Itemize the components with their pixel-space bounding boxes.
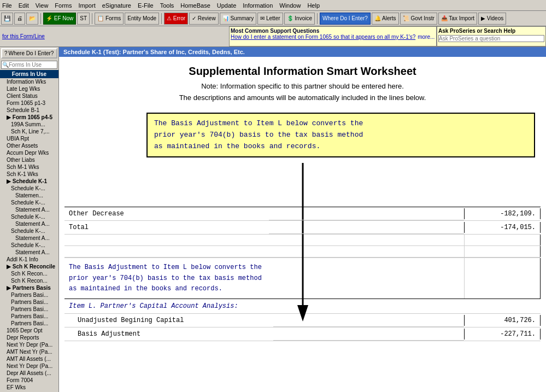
sidebar-item-1065-depr-opt[interactable]: 1065 Depr Opt (0, 327, 58, 334)
menu-file[interactable]: File (2, 2, 12, 9)
highlight-box: The Basis Adjustment to Item L below con… (146, 113, 535, 157)
sidebar-item-other-assets[interactable]: Other Assets (0, 142, 58, 149)
content-area: Schedule K-1 (Test): Partner's Share of … (59, 47, 546, 392)
sidebar-item-schedule-b1[interactable]: Schedule B-1 (0, 107, 58, 114)
menu-help[interactable]: Help (307, 2, 320, 9)
govt-instr-button[interactable]: 📜 Govt Instr (400, 13, 437, 25)
entity-mode-button[interactable]: Entity Mode (125, 13, 159, 25)
sidebar-item-ubia-rpt[interactable]: UBIA Rpt (0, 135, 58, 142)
error-button[interactable]: ⚠ Error (164, 13, 188, 25)
letter-button[interactable]: ✉ Letter (257, 13, 283, 25)
sidebar-item-sch-k-reconcile[interactable]: ▶ Sch K Reconcile (0, 263, 58, 270)
sidebar-item-depr-all-assets[interactable]: Depr All Assets (... (0, 370, 58, 377)
sidebar-item-sch-k-recon-1[interactable]: Sch K Recon... (0, 270, 58, 277)
basis-line1: The Basis Adjustment to Item L below con… (69, 262, 460, 273)
sidebar-item-schedule-k-5[interactable]: Schedule K-... (0, 242, 58, 249)
sidebar-item-schedule-k-4[interactable]: Schedule K-... (0, 227, 58, 235)
highlight-line2: prior year's 704(b) basis to the tax bas… (154, 130, 527, 141)
content-header: Schedule K-1 (Test): Partner's Share of … (59, 47, 546, 57)
sidebar-item-statement-a-3[interactable]: Statement A... (0, 235, 58, 242)
basis-adjustment-value[interactable]: -227,711. (464, 329, 541, 340)
sidebar-item-sch-m1[interactable]: Sch M-1 Wks (0, 163, 58, 171)
alerts-button[interactable]: 🔔 Alerts (372, 13, 399, 25)
menu-import[interactable]: Import (79, 2, 96, 9)
separator-3 (161, 13, 162, 24)
table-row-unadjusted: Unadjusted Begining Capital 401,726. (64, 314, 541, 327)
menu-homebase[interactable]: HomeBase (180, 2, 210, 9)
print-button[interactable]: 🖨 (14, 13, 25, 25)
sidebar-item-199a-summ[interactable]: 199A Summ... (0, 121, 58, 128)
sidebar-item-schedule-k-2[interactable]: Schedule K-... (0, 199, 58, 206)
sidebar-item-information-wks[interactable]: Information Wks (0, 78, 58, 85)
where-do-enter-button[interactable]: Where Do I Enter? (320, 13, 371, 25)
menu-window[interactable]: Window (279, 2, 301, 9)
sidebar-item-addl-k1[interactable]: Addl K-1 Info (0, 256, 58, 263)
sidebar-item-partners-basi-4[interactable]: Partners Basi... (0, 313, 58, 320)
support-link[interactable]: How do I enter a statement on Form 1065 … (231, 34, 415, 40)
open-button[interactable]: 📂 (26, 13, 38, 25)
sidebar-item-depr-reports[interactable]: Depr Reports (0, 334, 58, 341)
basis-line2: prior year's 704(b) basis to the tax bas… (69, 273, 460, 284)
blank2-label (64, 250, 269, 253)
sidebar-item-sch-k-line7[interactable]: Sch K, Line 7,... (0, 128, 58, 135)
other-decrease-value[interactable]: -182,109. (464, 208, 541, 219)
sidebar-item-statement-a-2[interactable]: Statement A... (0, 220, 58, 227)
sidebar-item-statement-a-1[interactable]: Statement A... (0, 206, 58, 213)
sidebar-item-sch-k-recon-2[interactable]: Sch K Recon... (0, 277, 58, 284)
worksheet-note1: Note: Information specific to this partn… (59, 80, 546, 92)
worksheet-title: Supplemental Information Smart Worksheet (59, 57, 546, 80)
support-bar: for this Form/Line Most Common Support Q… (0, 26, 546, 47)
forms-button[interactable]: 📋 Forms (95, 13, 124, 25)
menu-edit[interactable]: Edit (19, 2, 29, 9)
sidebar-item-amt-next-yr[interactable]: AMT Next Yr (Pa... (0, 348, 58, 355)
sidebar-item-schedule-k-1[interactable]: Schedule K-... (0, 185, 58, 192)
st-button[interactable]: ST (77, 13, 90, 25)
tax-import-button[interactable]: 📥 Tax Import (438, 13, 477, 25)
sidebar-item-sch-k1-wks[interactable]: Sch K-1 Wks (0, 171, 58, 178)
menu-forms[interactable]: Forms (55, 2, 72, 9)
save-button[interactable]: 💾 (1, 13, 13, 25)
review-button[interactable]: ✓ Review (189, 13, 219, 25)
sidebar-item-form1065[interactable]: Form 1065 p1-3 (0, 100, 58, 107)
sidebar-item-partners-basis[interactable]: ▶ Partners Basis (0, 284, 58, 291)
sidebar-item-form7004[interactable]: Form 7004 (0, 377, 58, 384)
sidebar-item-schedule-k1[interactable]: ▶ Schedule K-1 (0, 178, 58, 185)
sidebar-item-form1065-p45[interactable]: ▶ Form 1065 p4-5 (0, 114, 58, 121)
sidebar-search-container: 🔍 (1, 61, 57, 69)
sidebar-item-client-status[interactable]: Client Status (0, 92, 58, 100)
sidebar-item-schedule-k-3[interactable]: Schedule K-... (0, 213, 58, 220)
videos-button[interactable]: ▶ Videos (478, 13, 506, 25)
summary-button[interactable]: 📊 Summary (220, 13, 257, 25)
capital-header: Item L. Partner's Capital Account Analys… (64, 299, 464, 313)
menu-update[interactable]: Update (217, 2, 236, 9)
form-line-link[interactable]: for this Form/Line (2, 33, 227, 39)
menu-esignature[interactable]: eSignature (102, 2, 131, 9)
sidebar-item-other-liabs[interactable]: Other Liabs (0, 156, 58, 163)
menu-information[interactable]: Information (243, 2, 273, 9)
menu-view[interactable]: View (36, 2, 49, 9)
basis-line3: as maintained in the books and records. (69, 284, 460, 294)
menu-tools[interactable]: Tools (160, 2, 174, 9)
toolbar: 💾 🖨 📂 ⚡ EF Now ST 📋 Forms Entity Mode ⚠ … (0, 11, 546, 26)
sidebar-item-statement-1[interactable]: Statemen... (0, 192, 58, 199)
support-more[interactable]: more... (418, 34, 435, 40)
sidebar-item-partners-basi-1[interactable]: Partners Basi... (0, 291, 58, 299)
sidebar-item-accum-depr[interactable]: Accum Depr Wks (0, 149, 58, 156)
sidebar-item-late-leg-wks[interactable]: Late Leg Wks (0, 85, 58, 92)
menu-efile[interactable]: E-File (138, 2, 154, 9)
sidebar-item-statement-a-4[interactable]: Statement A... (0, 249, 58, 256)
sidebar-item-amt-all-assets[interactable]: AMT All Assets (... (0, 355, 58, 362)
sidebar-item-ef-wks[interactable]: EF Wks (0, 384, 58, 391)
sidebar-item-partners-basi-2[interactable]: Partners Basi... (0, 299, 58, 306)
total-value[interactable]: -174,015. (464, 222, 541, 233)
where-do-button[interactable]: ? Where Do I Enter? (1, 48, 57, 58)
invoice-button[interactable]: 💲 Invoice (284, 13, 315, 25)
sidebar-item-partners-basi-3[interactable]: Partners Basi... (0, 306, 58, 313)
unadjusted-value[interactable]: 401,726. (464, 315, 541, 326)
sidebar-item-next-yr-depr2[interactable]: Next Yr Depr (Pa... (0, 362, 58, 370)
ef-now-button[interactable]: ⚡ EF Now (43, 13, 76, 25)
sidebar-item-partners-basi-5[interactable]: Partners Basi... (0, 320, 58, 327)
sidebar-item-next-yr-depr[interactable]: Next Yr Depr (Pa... (0, 341, 58, 348)
proseries-search-input[interactable] (438, 35, 544, 42)
sidebar-search-input[interactable] (9, 62, 56, 68)
